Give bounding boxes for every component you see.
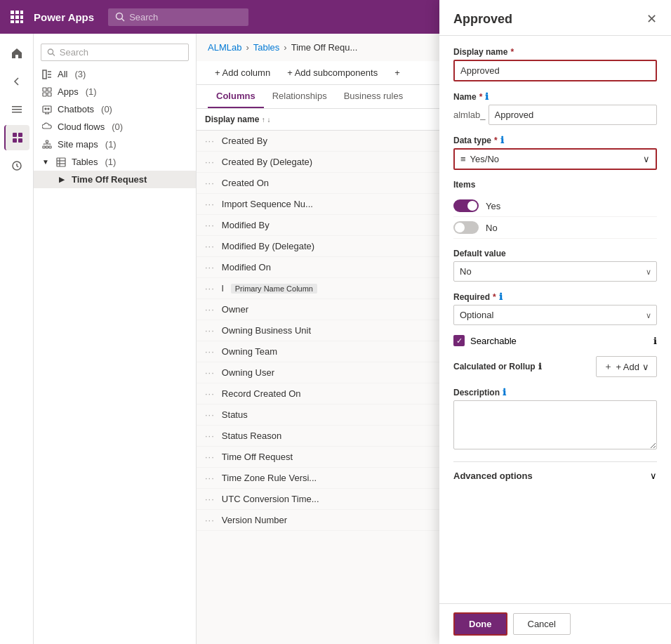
searchable-info-icon[interactable]: ℹ (653, 336, 657, 346)
add-column-button[interactable]: + Add column (208, 64, 277, 81)
svg-rect-14 (13, 133, 17, 137)
svg-point-9 (117, 13, 123, 20)
advanced-options-row[interactable]: Advanced options ∨ (453, 461, 657, 489)
data-type-value: Yes/No (470, 154, 499, 164)
sidebar-item-label: Time Off Request (72, 174, 147, 185)
panel-close-button[interactable]: ✕ (646, 11, 657, 27)
sidebar-item-all[interactable]: All (3) (34, 65, 196, 83)
apps-icon (42, 87, 52, 97)
row-dots[interactable]: ··· (205, 409, 215, 420)
tab-relationships[interactable]: Relationships (264, 85, 336, 108)
sidebar-item-label: Site maps (58, 139, 98, 150)
svg-rect-17 (18, 138, 22, 143)
row-dots[interactable]: ··· (205, 431, 215, 441)
row-dots[interactable]: ··· (205, 515, 215, 525)
data-type-field: Data type * ℹ ≡ Yes/No ∨ (453, 135, 657, 170)
nav-menu[interactable] (4, 97, 29, 122)
name-info-icon[interactable]: ℹ (485, 91, 489, 102)
row-dots[interactable]: ··· (205, 199, 215, 209)
default-value-select[interactable]: NoYes (453, 261, 657, 282)
panel-title: Approved (453, 12, 512, 27)
svg-rect-27 (43, 93, 46, 96)
waffle-menu[interactable] (0, 0, 34, 34)
row-dots[interactable]: ··· (205, 157, 215, 167)
data-type-info-icon[interactable]: ℹ (500, 135, 504, 145)
svg-rect-26 (48, 88, 51, 91)
breadcrumb-almlab[interactable]: ALMLab (208, 42, 241, 53)
sitemap-icon (42, 140, 52, 150)
global-search-input[interactable] (129, 12, 241, 22)
row-dots[interactable]: ··· (205, 283, 215, 294)
yes-toggle[interactable] (453, 199, 479, 212)
sidebar-item-apps[interactable]: Apps (1) (34, 83, 196, 100)
add-chevron-icon: ∨ (642, 362, 649, 372)
more-label: + (394, 67, 400, 78)
row-dots[interactable]: ··· (205, 325, 215, 336)
more-button[interactable]: + (387, 64, 407, 81)
description-label: Description ℹ (453, 387, 657, 397)
display-name-input[interactable] (453, 60, 657, 81)
required-select[interactable]: OptionalBusiness RequiredSystem Required (453, 305, 657, 325)
sidebar-item-chatbots[interactable]: Chatbots (0) (34, 100, 196, 118)
chatbot-icon (42, 105, 52, 114)
right-panel: Approved ✕ Display name * Name * ℹ almla… (439, 0, 671, 644)
row-dots[interactable]: ··· (205, 494, 215, 504)
sidebar-search-input[interactable] (60, 47, 182, 58)
required-select-wrapper: OptionalBusiness RequiredSystem Required… (453, 305, 657, 325)
done-button[interactable]: Done (453, 612, 507, 636)
breadcrumb-tables[interactable]: Tables (253, 42, 280, 53)
calc-add-button[interactable]: ＋ + Add ∨ (596, 356, 657, 377)
sidebar-item-count: (3) (74, 69, 86, 79)
required-field: Required * ℹ OptionalBusiness RequiredSy… (453, 291, 657, 325)
calc-info-icon[interactable]: ℹ (538, 362, 542, 372)
global-search-wrapper (108, 8, 248, 26)
row-dots[interactable]: ··· (205, 367, 215, 378)
nav-data[interactable] (4, 125, 29, 150)
chevron-down-icon: ∨ (643, 154, 650, 164)
row-dots[interactable]: ··· (205, 241, 215, 251)
svg-rect-11 (12, 106, 22, 107)
required-info-icon[interactable]: ℹ (499, 291, 503, 302)
sidebar-item-label: Apps (58, 86, 79, 97)
svg-rect-21 (43, 70, 46, 79)
cancel-button[interactable]: Cancel (513, 613, 571, 635)
add-column-label: + Add column (215, 67, 270, 78)
description-info-icon[interactable]: ℹ (503, 387, 506, 397)
row-dots[interactable]: ··· (205, 262, 215, 272)
default-value-select-wrapper: NoYes ∨ (453, 261, 657, 282)
svg-point-31 (48, 108, 49, 110)
check-icon: ✓ (456, 336, 463, 346)
svg-rect-4 (15, 15, 19, 19)
sidebar-item-site-maps[interactable]: Site maps (1) (34, 136, 196, 153)
sidebar-item-time-off-request[interactable]: ▶ Time Off Request (34, 171, 196, 188)
no-toggle[interactable] (453, 221, 479, 234)
item-no-label: No (486, 223, 498, 233)
searchable-checkbox[interactable]: ✓ (453, 335, 465, 346)
name-input[interactable] (489, 105, 657, 125)
row-dots[interactable]: ··· (205, 473, 215, 483)
row-dots[interactable]: ··· (205, 136, 215, 146)
data-type-select[interactable]: ≡ Yes/No ∨ (453, 148, 657, 170)
sidebar-item-cloud-flows[interactable]: Cloud flows (0) (34, 118, 196, 136)
svg-rect-5 (20, 15, 23, 19)
tab-columns[interactable]: Columns (208, 85, 264, 108)
name-prefix: almlab_ (453, 110, 486, 120)
row-dots[interactable]: ··· (205, 178, 215, 188)
tab-business-rules[interactable]: Business rules (336, 85, 412, 108)
svg-rect-1 (15, 11, 19, 14)
nav-home[interactable] (4, 41, 29, 66)
svg-rect-36 (57, 158, 65, 166)
nav-history[interactable] (4, 153, 29, 178)
svg-rect-32 (46, 140, 48, 143)
sidebar-item-tables[interactable]: ▼ Tables (1) (34, 153, 196, 171)
row-dots[interactable]: ··· (205, 220, 215, 230)
row-dots[interactable]: ··· (205, 452, 215, 462)
nav-back[interactable] (4, 69, 29, 94)
description-textarea[interactable] (453, 400, 657, 449)
row-dots[interactable]: ··· (205, 388, 215, 399)
row-dots[interactable]: ··· (205, 346, 215, 357)
row-dots[interactable]: ··· (205, 304, 215, 315)
add-subcomponents-button[interactable]: + Add subcomponents (280, 64, 385, 81)
searchable-left: ✓ Searchable (453, 335, 517, 346)
svg-point-30 (45, 108, 46, 110)
